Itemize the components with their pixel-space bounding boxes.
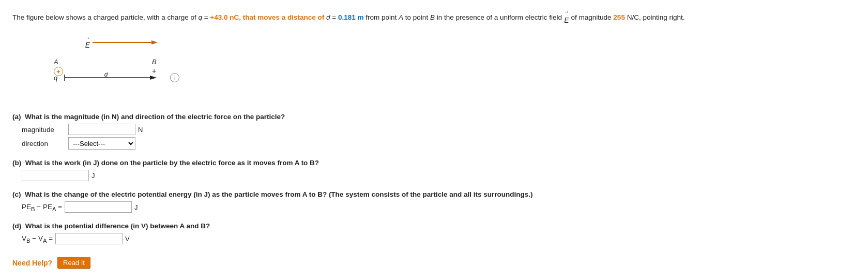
point-b-label: B [152, 58, 157, 66]
part-d-label: (d) What is the potential difference (in… [12, 222, 856, 230]
svg-marker-1 [151, 40, 158, 45]
q-label: q [54, 74, 57, 82]
intro-from: from point [364, 13, 399, 21]
part-a-label: (a) What is the magnitude (in N) and dir… [12, 113, 856, 121]
intro-e-label: →E [564, 13, 569, 21]
e-vector-label: → E [85, 35, 90, 49]
part-d-section: (d) What is the potential difference (in… [12, 222, 856, 244]
magnitude-label: magnitude [22, 126, 68, 134]
intro-q-unit: nC, that moves a distance of [228, 13, 327, 21]
part-a-question: What is the magnitude (in N) and directi… [25, 113, 285, 121]
part-a-section: (a) What is the magnitude (in N) and dir… [12, 113, 856, 150]
intro-magnitude-value: 255 [613, 13, 625, 21]
intro-text-before-q: The figure below shows a charged particl… [12, 13, 198, 21]
pe-input[interactable] [65, 201, 132, 213]
intro-magnitude-unit: N/C, pointing right. [625, 13, 685, 21]
read-it-button[interactable]: Read It [57, 257, 90, 269]
vb-input-row: VB − VA = V [22, 233, 856, 244]
need-help-row: Need Help? Read It [12, 257, 856, 269]
diagram: → E A + B + q d i [43, 35, 209, 102]
direction-row: direction ---Select--- left right [22, 137, 856, 150]
pe-input-row: PEB − PEA = J [22, 201, 856, 213]
magnitude-input[interactable] [68, 124, 135, 135]
part-b-question: What is the work (in J) done on the part… [25, 159, 319, 167]
part-c-section: (c) What is the change of the electric p… [12, 190, 856, 213]
intro-of-magnitude: of magnitude [569, 13, 614, 21]
part-c-question: What is the change of the electric poten… [25, 190, 532, 198]
work-input-row: J [22, 170, 856, 181]
e-field-arrow-svg [90, 39, 158, 46]
intro-d-label: d [326, 13, 330, 21]
intro-to-text: to point [403, 13, 430, 21]
vb-expression: VB − VA = [22, 234, 53, 244]
magnitude-unit: N [138, 126, 143, 134]
part-b-label: (b) What is the work (in J) done on the … [12, 159, 856, 167]
pe-expression: PEB − PEA = [22, 203, 62, 212]
direction-select[interactable]: ---Select--- left right [68, 137, 135, 150]
direction-label: direction [22, 140, 68, 148]
intro-q-label: q [198, 13, 202, 21]
intro-d-value: 0.181 [338, 13, 356, 21]
info-icon[interactable]: i [170, 73, 179, 82]
intro-point-a: A [399, 13, 403, 21]
distance-arrow-svg: d [59, 72, 168, 83]
work-unit: J [92, 172, 95, 180]
e-field-label: → E [85, 35, 158, 49]
intro-point-b: B [430, 13, 435, 21]
vb-input[interactable] [55, 233, 123, 244]
svg-text:d: d [104, 72, 108, 78]
intro-d-eq: = [330, 13, 338, 21]
intro-q-value: +43.0 [210, 13, 227, 21]
intro-in-presence: in the presence of a uniform electric fi… [435, 13, 564, 21]
point-a-label: A [54, 58, 63, 66]
part-c-label: (c) What is the change of the electric p… [12, 190, 856, 198]
pe-unit: J [134, 203, 138, 211]
magnitude-row: magnitude N [22, 124, 856, 135]
intro-paragraph: The figure below shows a charged particl… [12, 9, 856, 26]
part-d-question: What is the potential difference (in V) … [25, 222, 210, 230]
svg-marker-4 [150, 76, 157, 80]
part-b-section: (b) What is the work (in J) done on the … [12, 159, 856, 181]
intro-eq-sign: = [202, 13, 210, 21]
work-input[interactable] [22, 170, 89, 181]
distance-row: q d i [54, 72, 179, 83]
vb-unit: V [125, 235, 130, 243]
intro-d-unit: m [356, 13, 364, 21]
need-help-text: Need Help? [12, 259, 52, 267]
